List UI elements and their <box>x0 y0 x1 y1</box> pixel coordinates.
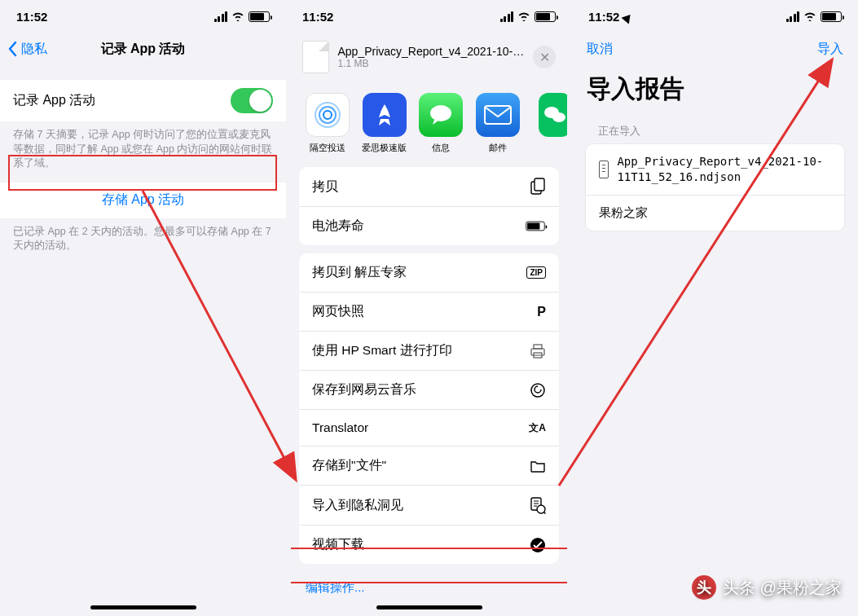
aisi-icon <box>371 101 398 129</box>
file-icon <box>302 41 329 73</box>
signal-icon <box>786 11 800 22</box>
svg-point-1 <box>319 107 336 123</box>
toggle-label: 记录 App 活动 <box>13 92 95 109</box>
translator-action[interactable]: Translator 文A <box>299 410 559 447</box>
screen-import: 11:52 取消 导入 导入报告 正在导入 App_Privacy_Report… <box>572 0 858 616</box>
messages-button[interactable]: 信息 <box>415 93 467 154</box>
battery-icon <box>535 11 556 22</box>
wechat-icon <box>543 104 567 125</box>
location-icon <box>623 10 635 24</box>
import-list: App_Privacy_Report_v4_2021-10-11T11_52_1… <box>585 143 845 231</box>
wechat-button[interactable] <box>529 93 567 154</box>
close-button[interactable]: ✕ <box>533 46 556 68</box>
cancel-button[interactable]: 取消 <box>587 41 613 58</box>
aisi-button[interactable]: 爱思极速版 <box>359 93 411 154</box>
svg-point-3 <box>430 105 451 121</box>
toggle-row[interactable]: 记录 App 活动 <box>0 80 286 121</box>
watermark: 头 头条 @果粉之家 <box>692 575 842 600</box>
highlight-box <box>8 155 277 191</box>
svg-point-6 <box>552 112 565 122</box>
nav-bar: 隐私 记录 App 活动 <box>0 33 286 65</box>
battery-row-icon <box>526 222 544 231</box>
airdrop-button[interactable]: 隔空投送 <box>301 93 354 154</box>
section-label: 正在导入 <box>572 119 858 143</box>
import-privacy-action[interactable]: 导入到隐私洞见 <box>299 486 559 526</box>
status-right <box>500 11 557 22</box>
netease-action[interactable]: 保存到网易云音乐 <box>299 371 559 410</box>
status-right <box>786 11 843 22</box>
import-nav: 取消 导入 <box>572 33 858 66</box>
status-bar: 11:52 <box>286 0 572 33</box>
sheet-header: App_Privacy_Report_v4_2021-10-11T11_... … <box>291 33 567 81</box>
airdrop-icon <box>311 99 344 131</box>
file-name: App_Privacy_Report_v4_2021-10-11T11_... <box>337 45 525 58</box>
page-title: 导入报告 <box>572 66 858 119</box>
desc-text-2: 已记录 App 在 2 天内的活动。您最多可以存储 App 在 7 天内的活动。 <box>0 218 286 260</box>
home-indicator <box>376 605 482 609</box>
action-group-2: 拷贝到 解压专家 ZIP 网页快照 P 使用 HP Smart 进行打印 保存到… <box>299 253 559 564</box>
page-title: 记录 App 活动 <box>0 41 286 58</box>
battery-icon <box>821 11 842 22</box>
watermark-logo: 头 <box>692 575 716 600</box>
status-bar: 11:52 <box>0 0 286 33</box>
messages-icon <box>426 100 455 130</box>
action-group-1: 拷贝 电池寿命 <box>299 167 559 245</box>
status-time: 11:52 <box>302 10 333 24</box>
copy-action[interactable]: 拷贝 <box>299 167 559 207</box>
printer-icon <box>530 343 546 359</box>
mail-button[interactable]: 邮件 <box>472 93 524 154</box>
webpage-snapshot-action[interactable]: 网页快照 P <box>299 293 559 332</box>
svg-rect-8 <box>535 178 544 191</box>
battery-icon <box>249 11 270 22</box>
file-size: 1.1 MB <box>337 58 525 69</box>
svg-point-0 <box>323 111 332 119</box>
import-file-row[interactable]: App_Privacy_Report_v4_2021-10-11T11_52_1… <box>586 144 844 196</box>
status-time: 11:52 <box>16 10 47 24</box>
status-time: 11:52 <box>588 10 635 24</box>
status-bar: 11:52 <box>572 0 858 33</box>
home-indicator <box>90 605 196 609</box>
privacy-icon <box>530 496 546 514</box>
battery-life-action[interactable]: 电池寿命 <box>299 207 559 245</box>
screen-share-sheet: 11:52 App_Privacy_Report_v4_2021-10-11T1… <box>286 0 572 616</box>
highlight-box-2 <box>299 548 559 564</box>
svg-rect-9 <box>534 345 542 349</box>
hp-print-action[interactable]: 使用 HP Smart 进行打印 <box>299 332 559 371</box>
zip-icon: ZIP <box>526 266 546 279</box>
import-source-row[interactable]: 果粉之家 <box>586 196 844 231</box>
wifi-icon <box>231 11 244 21</box>
switch-on[interactable] <box>231 88 273 113</box>
wifi-icon <box>517 11 530 21</box>
status-right <box>214 11 271 22</box>
share-sheet: App_Privacy_Report_v4_2021-10-11T11_... … <box>291 33 567 616</box>
file-name-text: App_Privacy_Report_v4_2021-10-11T11_52_1… <box>617 154 831 185</box>
copy-icon <box>530 178 546 196</box>
import-button[interactable]: 导入 <box>817 41 843 58</box>
signal-icon <box>500 11 514 22</box>
save-to-files-action[interactable]: 存储到"文件" <box>299 447 559 486</box>
document-icon <box>599 161 609 178</box>
netease-icon <box>530 382 546 398</box>
zip-action[interactable]: 拷贝到 解压专家 ZIP <box>299 253 559 293</box>
translate-icon: 文A <box>529 421 546 435</box>
p-icon: P <box>537 305 546 319</box>
share-apps-row: 隔空投送 爱思极速版 信息 邮件 <box>291 81 567 167</box>
svg-rect-4 <box>485 106 511 124</box>
mail-icon <box>482 103 513 126</box>
signal-icon <box>214 11 228 22</box>
wifi-icon <box>803 11 816 21</box>
screen-settings: 11:52 隐私 记录 App 活动 记录 App 活动 存储 7 天摘要，记录… <box>0 0 286 616</box>
folder-icon <box>530 460 546 473</box>
